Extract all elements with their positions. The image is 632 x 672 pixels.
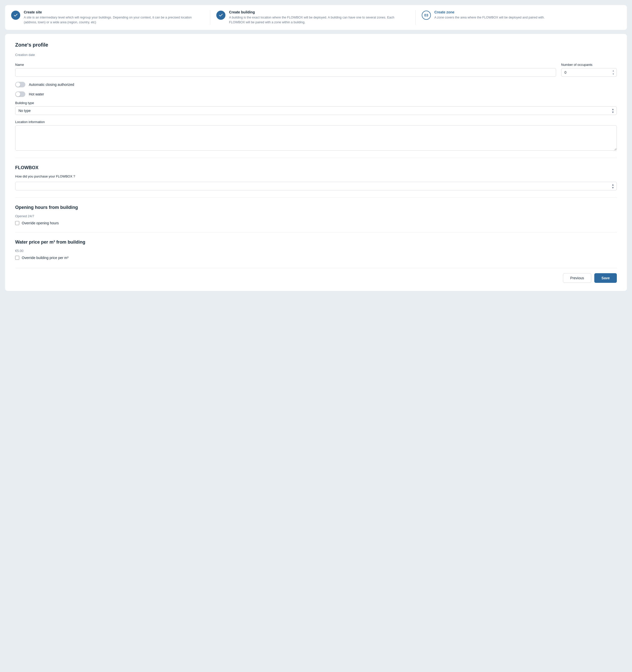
location-group: Location information [15,120,617,151]
purchase-label: How did you purchase your FLOWBOX ? [15,174,617,178]
spinner-down[interactable]: ▼ [611,72,616,75]
step-title-3: Create zone [434,10,545,14]
step-content-1: Create site A site is an intermediary le… [24,10,204,25]
divider-2 [15,197,617,198]
step-create-building: Create building A building is the exact … [210,10,415,25]
auto-closing-toggle[interactable] [15,82,25,87]
save-button[interactable]: Save [594,273,617,283]
step-active-number-3: 03 [422,10,431,20]
location-label: Location information [15,120,617,124]
step-desc-3: A zone covers the area where the FLOWBOX… [434,15,545,20]
stepper: Create site A site is an intermediary le… [5,5,627,30]
opening-hours-value: Opened 24/7 [15,214,617,218]
occupants-input[interactable] [561,68,617,77]
occupants-label: Number of occupants [561,63,617,67]
name-occupants-row: Name Number of occupants ▲ ▼ [15,63,617,77]
step-title-1: Create site [24,10,204,14]
auto-closing-row: Automatic closing authorized [15,82,617,87]
form-card: Zone's profile Creation date Name Number… [5,34,627,291]
step-content-2: Create building A building is the exact … [229,10,409,25]
override-price-row: Override building price per m³ [15,256,617,260]
building-type-label: Building type [15,101,617,105]
building-type-select-wrapper: No type Residential Commercial Industria… [15,106,617,115]
step-desc-2: A building is the exact location where t… [229,15,409,25]
occupants-group: Number of occupants ▲ ▼ [561,63,617,77]
step-create-site: Create site A site is an intermediary le… [11,10,210,25]
water-price-value: €5.00 [15,249,617,253]
override-opening-row: Override opening hours [15,221,617,225]
auto-closing-label: Automatic closing authorized [29,82,74,87]
purchase-select[interactable] [15,182,617,190]
name-label: Name [15,63,556,67]
override-opening-label: Override opening hours [22,221,59,225]
step-desc-1: A site is an intermediary level which wi… [24,15,204,25]
purchase-group: How did you purchase your FLOWBOX ? ▲▼ [15,174,617,190]
override-price-checkbox[interactable] [15,256,19,260]
step-content-3: Create zone A zone covers the area where… [434,10,545,20]
location-textarea[interactable] [15,125,617,151]
name-input[interactable] [15,68,556,77]
override-price-label: Override building price per m³ [22,256,68,260]
purchase-select-wrapper: ▲▼ [15,182,617,190]
flowbox-title: FLOWBOX [15,165,617,170]
override-opening-checkbox[interactable] [15,221,19,225]
water-price-title: Water price per m³ from building [15,240,617,245]
step-completed-icon-2 [216,10,225,20]
zone-profile-title: Zone's profile [15,42,617,48]
hot-water-toggle[interactable] [15,91,25,97]
spinner-buttons: ▲ ▼ [611,69,616,75]
occupants-input-wrapper: ▲ ▼ [561,68,617,77]
step-create-zone: 03 Create zone A zone covers the area wh… [416,10,621,25]
creation-date-label: Creation date [15,53,617,57]
name-group: Name [15,63,556,77]
opening-hours-title: Opening hours from building [15,205,617,210]
hot-water-row: Hot water [15,91,617,97]
step-completed-icon-1 [11,10,20,20]
form-footer: Previous Save [15,268,617,283]
divider-3 [15,232,617,233]
building-type-group: Building type No type Residential Commer… [15,101,617,115]
previous-button[interactable]: Previous [563,273,591,283]
hot-water-label: Hot water [29,92,44,96]
step-title-2: Create building [229,10,409,14]
building-type-select[interactable]: No type Residential Commercial Industria… [15,106,617,115]
spinner-up[interactable]: ▲ [611,69,616,72]
